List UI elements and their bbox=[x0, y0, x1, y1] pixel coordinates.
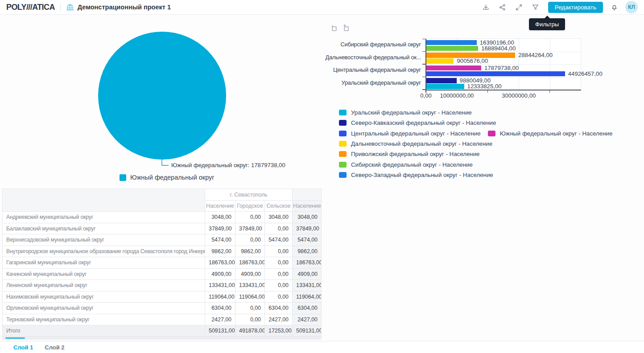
row-value-cell: 3048,00 bbox=[205, 212, 235, 223]
bar-value-label: 9005676,00 bbox=[457, 58, 488, 64]
bar-segment[interactable] bbox=[426, 53, 515, 58]
row-value-cell: 4909,00 bbox=[235, 268, 265, 280]
bar-value-label: 44926457,00 bbox=[568, 71, 603, 77]
fullscreen-button[interactable] bbox=[511, 1, 527, 13]
legend-row: Приволжский федеральный округ - Населени… bbox=[339, 149, 619, 159]
bar-value-label: 12333825,00 bbox=[467, 84, 502, 89]
table-row: Внутригородское муниципальное образовани… bbox=[3, 246, 322, 257]
row-value-cell: 9862,00 bbox=[235, 246, 265, 257]
table-hscrollbar-thumb[interactable] bbox=[5, 337, 25, 339]
app-window: POLY///ATICA Демонстрационный проект 1 bbox=[0, 0, 644, 353]
bar-category-label: Сибирский федеральный округ bbox=[341, 41, 421, 48]
row-value-cell: 186763,00 bbox=[293, 257, 322, 269]
legend-label: Южный федеральный округ - Население bbox=[500, 130, 613, 137]
tab-layer-1[interactable]: Слой 1 bbox=[13, 344, 33, 351]
row-value-cell: 133431,00 bbox=[205, 280, 235, 291]
top-header: POLY///ATICA Демонстрационный проект 1 bbox=[0, 0, 644, 15]
x-axis-tick bbox=[549, 90, 550, 93]
row-value-cell: 509131,00 bbox=[205, 325, 235, 337]
legend-swatch bbox=[488, 131, 495, 136]
project-title: Демонстрационный проект 1 bbox=[78, 4, 171, 11]
legend-label: Уральский федеральный округ - Население bbox=[351, 109, 472, 116]
reset-selection-button[interactable] bbox=[342, 24, 351, 33]
edit-button[interactable]: Редактировать bbox=[548, 2, 603, 13]
row-name-cell: Орлиновский муниципальный округ bbox=[3, 303, 205, 314]
table-corner-cell bbox=[3, 189, 205, 212]
legend-swatch bbox=[339, 120, 347, 126]
legend-item[interactable]: Южный федеральный округ - Население bbox=[488, 130, 613, 137]
bar-chart-plot[interactable]: 16390196,0016889404,0028844264,009005676… bbox=[426, 38, 581, 90]
x-axis-tick bbox=[487, 90, 488, 93]
bar-segment[interactable] bbox=[426, 78, 457, 83]
row-name-cell: Итого bbox=[3, 325, 205, 337]
bar-segment[interactable] bbox=[426, 84, 464, 89]
bar-segment[interactable] bbox=[426, 71, 565, 77]
share-button[interactable] bbox=[494, 1, 511, 13]
legend-item[interactable]: Приволжский федеральный округ - Населени… bbox=[339, 151, 479, 157]
filters-tooltip: Фильтры bbox=[529, 18, 565, 30]
table-row: Верхнесадовский муниципальный округ5474,… bbox=[3, 234, 322, 246]
legend-item[interactable]: Северо-Западный федеральный округ - Насе… bbox=[339, 172, 493, 178]
row-value-cell: 0,00 bbox=[235, 234, 265, 246]
gridline-horizontal bbox=[426, 52, 581, 52]
table-row: Гагаринский муниципальный округ186763,00… bbox=[3, 257, 322, 269]
bar-category-label: Центральный федеральный округ bbox=[333, 66, 421, 74]
row-value-cell: 186763,00 bbox=[205, 257, 235, 269]
table-row: Качинский муниципальный округ4909,004909… bbox=[3, 268, 322, 280]
pie-callout-line-2 bbox=[161, 165, 169, 166]
row-value-cell: 5474,00 bbox=[265, 234, 293, 246]
row-value-cell: 4909,00 bbox=[205, 268, 235, 280]
row-value-cell: 17253,00 bbox=[265, 325, 293, 337]
legend-item[interactable]: Уральский федеральный округ - Население bbox=[339, 109, 472, 116]
bar-value-label: 28844264,00 bbox=[518, 53, 553, 58]
row-name-cell: Нахимовский муниципальный округ bbox=[3, 291, 205, 303]
pie-legend-item[interactable]: Южный федеральный округ bbox=[120, 174, 215, 181]
pie-chart[interactable] bbox=[98, 32, 226, 160]
row-value-cell: 37849,00 bbox=[205, 223, 235, 234]
table-corner-cell-right bbox=[293, 189, 322, 201]
filters-button[interactable] bbox=[527, 1, 544, 13]
download-button[interactable] bbox=[478, 1, 494, 13]
legend-label: Дальневосточный федеральный округ - Насе… bbox=[351, 140, 492, 147]
legend-label: Сибирский федеральный округ - Население bbox=[351, 161, 473, 168]
table-hscrollbar-track[interactable] bbox=[2, 337, 322, 340]
row-value-cell: 0,00 bbox=[265, 246, 293, 257]
share-icon bbox=[499, 4, 506, 11]
legend-item[interactable]: Центральный федеральный округ - Населени… bbox=[339, 130, 481, 137]
table-row: Андреевский муниципальный округ3048,000,… bbox=[3, 212, 322, 223]
legend-row: Центральный федеральный округ - Населени… bbox=[339, 128, 619, 139]
bar-segment[interactable] bbox=[426, 66, 481, 71]
row-value-cell: 491878,00 bbox=[235, 325, 265, 337]
avatar[interactable]: КЛ bbox=[625, 1, 638, 13]
download-icon bbox=[482, 4, 490, 11]
row-value-cell: 37849,00 bbox=[235, 223, 265, 234]
y-axis-tick bbox=[422, 77, 426, 77]
bar-segment[interactable] bbox=[426, 46, 478, 51]
chart-toolbar bbox=[330, 24, 351, 33]
legend-item[interactable]: Дальневосточный федеральный округ - Насе… bbox=[339, 140, 492, 147]
tab-layer-2[interactable]: Слой 2 bbox=[45, 344, 64, 351]
bar-value-label: 17879738,00 bbox=[484, 66, 519, 71]
legend-label: Северо-Западный федеральный округ - Насе… bbox=[351, 172, 493, 178]
bell-icon bbox=[611, 4, 618, 11]
legend-row: Сибирский федеральный округ - Население bbox=[339, 159, 619, 169]
row-value-cell: 4909,00 bbox=[293, 268, 322, 280]
row-value-cell: 0,00 bbox=[235, 303, 265, 314]
legend-row: Уральский федеральный округ - Население bbox=[339, 107, 619, 118]
row-value-cell: 133431,00 bbox=[235, 280, 265, 291]
bar-segment[interactable] bbox=[426, 58, 454, 64]
legend-item[interactable]: Северо-Кавказский федеральный округ - На… bbox=[339, 119, 496, 126]
row-value-cell: 9862,00 bbox=[205, 246, 235, 257]
y-axis-tick bbox=[422, 64, 426, 64]
row-name-cell: Качинский муниципальный округ bbox=[3, 268, 205, 280]
legend-row: Северо-Западный федеральный округ - Насе… bbox=[339, 170, 619, 180]
notifications-button[interactable] bbox=[607, 4, 622, 11]
select-area-button[interactable] bbox=[330, 24, 339, 33]
bar-segment[interactable] bbox=[426, 40, 477, 45]
row-value-cell: 133431,00 bbox=[293, 280, 322, 291]
bar-value-label: 16889404,00 bbox=[481, 46, 516, 51]
row-value-cell: 6304,00 bbox=[265, 303, 293, 314]
row-name-cell: Терновский муниципальный округ bbox=[3, 314, 205, 325]
legend-row: Дальневосточный федеральный округ - Насе… bbox=[339, 139, 619, 149]
legend-item[interactable]: Сибирский федеральный округ - Население bbox=[339, 161, 473, 168]
